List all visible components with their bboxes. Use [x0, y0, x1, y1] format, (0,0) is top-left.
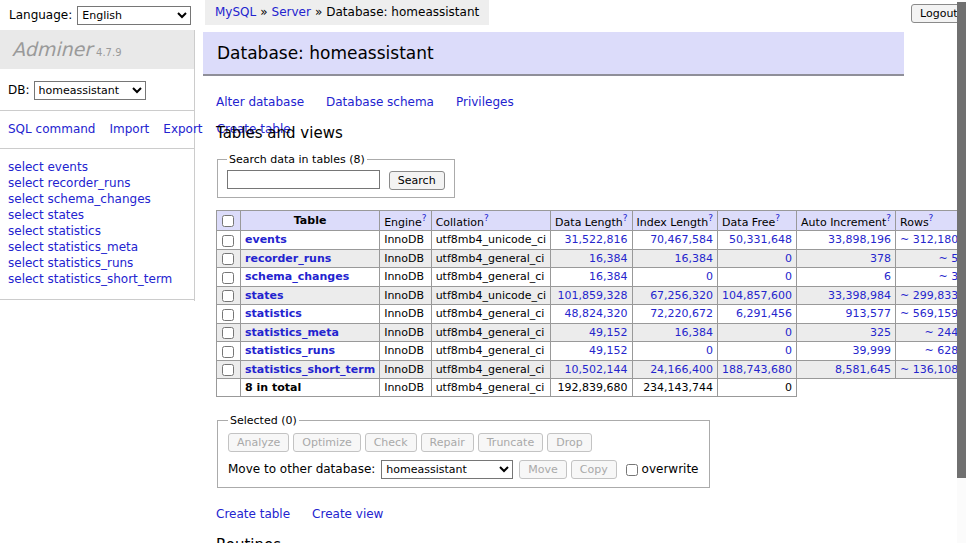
tables-table: TableEngine?Collation?Data Length?Index …: [216, 210, 966, 398]
row-checkbox[interactable]: [222, 364, 234, 376]
drop-button[interactable]: Drop: [547, 433, 591, 452]
selected-legend: Selected (0): [228, 414, 299, 427]
row-checkbox[interactable]: [222, 346, 234, 358]
column-header: Rows?: [896, 210, 963, 231]
move-label: Move to other database:: [228, 462, 375, 476]
db-action-link[interactable]: Privileges: [456, 95, 514, 109]
repair-button[interactable]: Repair: [421, 433, 474, 452]
breadcrumb-separator: »: [260, 5, 267, 19]
main-content: Database: homeassistant Alter databaseDa…: [203, 32, 904, 543]
help-link[interactable]: ?: [775, 213, 780, 223]
db-action-link[interactable]: Alter database: [216, 95, 304, 109]
vertical-scrollbar[interactable]: [957, 0, 966, 543]
sidebar-select-link[interactable]: select statistics_runs: [8, 255, 186, 271]
search-fieldset: Search data in tables (8) Search: [217, 153, 455, 198]
optimize-button[interactable]: Optimize: [293, 433, 360, 452]
divider: [0, 299, 194, 300]
sidebar-select-link[interactable]: select events: [8, 159, 186, 175]
sidebar: Adminer4.7.9 DB:homeassistant SQL comman…: [0, 30, 195, 301]
breadcrumb-link[interactable]: Server: [272, 5, 311, 19]
create-link[interactable]: Create view: [312, 507, 383, 521]
table-link[interactable]: schema_changes: [245, 270, 349, 283]
row-checkbox[interactable]: [222, 327, 234, 339]
sidebar-actions: SQL commandImportExportCreate table: [0, 119, 190, 140]
help-link[interactable]: ?: [708, 213, 713, 223]
row-checkbox[interactable]: [222, 235, 234, 247]
copy-button[interactable]: Copy: [571, 460, 617, 479]
move-row: Move to other database:homeassistantMove…: [228, 460, 699, 479]
language-label: Language:: [9, 8, 72, 22]
search-input[interactable]: [227, 170, 380, 189]
column-header: Collation?: [431, 210, 550, 231]
db-select[interactable]: homeassistant: [34, 81, 146, 100]
language-select[interactable]: English: [77, 6, 191, 25]
table-link[interactable]: statistics_short_term: [245, 363, 375, 376]
divider: [0, 110, 194, 111]
column-header: Data Length?: [551, 210, 632, 231]
table-row: statistics_short_termInnoDButf8mb4_gener…: [217, 360, 966, 379]
row-checkbox[interactable]: [222, 309, 234, 321]
sidebar-table-links: select eventsselect recorder_runsselect …: [0, 157, 194, 291]
page-title: Database: homeassistant: [203, 32, 904, 76]
table-row: statistics_metaInnoDButf8mb4_general_ci4…: [217, 323, 966, 342]
create-link[interactable]: Create table: [216, 507, 290, 521]
sidebar-select-link[interactable]: select statistics_short_term: [8, 271, 186, 287]
help-link[interactable]: ?: [886, 213, 891, 223]
sidebar-select-link[interactable]: select statistics_meta: [8, 239, 186, 255]
column-header: Table: [241, 210, 380, 231]
table-link[interactable]: recorder_runs: [245, 252, 331, 265]
sidebar-select-link[interactable]: select statistics: [8, 223, 186, 239]
sidebar-select-link[interactable]: select schema_changes: [8, 191, 186, 207]
selected-buttons: AnalyzeOptimizeCheckRepairTruncateDrop: [228, 433, 699, 452]
check-button[interactable]: Check: [365, 433, 417, 452]
table-link[interactable]: states: [245, 289, 284, 302]
table-row: statisticsInnoDButf8mb4_general_ci48,824…: [217, 305, 966, 324]
breadcrumb-link[interactable]: MySQL: [215, 5, 256, 19]
table-row: recorder_runsInnoDButf8mb4_general_ci16,…: [217, 249, 966, 268]
table-link[interactable]: events: [245, 233, 287, 246]
table-row: statistics_runsInnoDButf8mb4_general_ci4…: [217, 342, 966, 361]
sidebar-action-link[interactable]: Import: [109, 122, 149, 136]
db-selector-row: DB:homeassistant: [0, 69, 194, 102]
column-header: Auto Increment?: [797, 210, 896, 231]
adminer-logo: Adminer4.7.9: [0, 30, 194, 69]
help-link[interactable]: ?: [929, 213, 934, 223]
breadcrumb-separator: »: [315, 5, 322, 19]
db-action-link[interactable]: Database schema: [326, 95, 434, 109]
scrollbar-thumb[interactable]: [957, 2, 966, 478]
help-link[interactable]: ?: [422, 213, 427, 223]
sidebar-action-link[interactable]: SQL command: [8, 122, 95, 136]
overwrite-label: overwrite: [642, 462, 699, 476]
overwrite-checkbox[interactable]: [626, 464, 638, 476]
analyze-button[interactable]: Analyze: [228, 433, 289, 452]
table-row: schema_changesInnoDButf8mb4_general_ci16…: [217, 268, 966, 287]
select-all-checkbox[interactable]: [222, 215, 234, 227]
help-link[interactable]: ?: [484, 213, 489, 223]
sidebar-action-link[interactable]: Export: [163, 122, 202, 136]
breadcrumb: MySQL»Server»Database: homeassistant: [205, 0, 489, 25]
table-link[interactable]: statistics_meta: [245, 326, 339, 339]
row-checkbox[interactable]: [222, 272, 234, 284]
tables-table-head: TableEngine?Collation?Data Length?Index …: [217, 210, 966, 231]
search-legend: Search data in tables (8): [227, 153, 367, 166]
db-label: DB:: [8, 83, 30, 97]
sidebar-select-link[interactable]: select states: [8, 207, 186, 223]
adminer-version: 4.7.9: [96, 47, 121, 58]
sidebar-select-link[interactable]: select recorder_runs: [8, 175, 186, 191]
move-db-select[interactable]: homeassistant: [381, 460, 513, 479]
total-row: 8 in totalInnoDButf8mb4_general_ci192,83…: [217, 379, 966, 397]
truncate-button[interactable]: Truncate: [478, 433, 543, 452]
divider: [0, 148, 194, 149]
table-link[interactable]: statistics_runs: [245, 344, 335, 357]
move-button[interactable]: Move: [519, 460, 567, 479]
row-checkbox[interactable]: [222, 290, 234, 302]
table-link[interactable]: statistics: [245, 307, 302, 320]
create-links: Create tableCreate view: [216, 507, 904, 521]
routines-heading: Routines: [216, 536, 904, 543]
help-link[interactable]: ?: [623, 213, 628, 223]
adminer-brand: Adminer: [12, 38, 92, 60]
row-checkbox[interactable]: [222, 253, 234, 265]
db-action-links: Alter databaseDatabase schemaPrivileges: [216, 95, 904, 109]
tables-heading: Tables and views: [216, 124, 904, 142]
search-button[interactable]: Search: [389, 171, 445, 190]
